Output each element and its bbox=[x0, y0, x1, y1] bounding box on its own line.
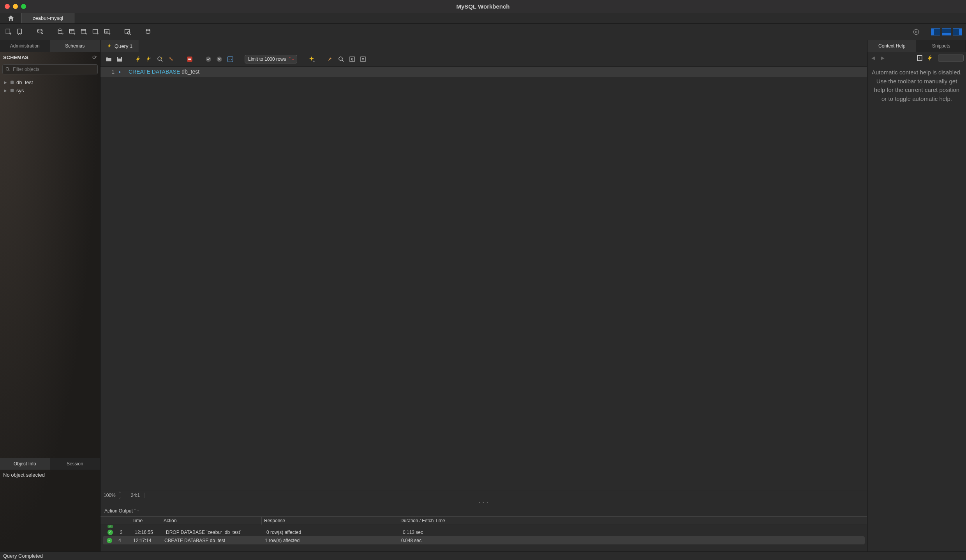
query-tab-label: Query 1 bbox=[115, 43, 132, 49]
open-file-button[interactable] bbox=[104, 55, 113, 63]
toggle-whitespace-button[interactable] bbox=[226, 55, 234, 63]
panel-toggle-group bbox=[931, 28, 962, 35]
execute-button[interactable] bbox=[134, 55, 143, 63]
create-procedure-button[interactable]: + bbox=[91, 27, 100, 37]
svg-point-23 bbox=[913, 29, 918, 34]
toggle-invisible-button[interactable]: ¶ bbox=[348, 55, 356, 63]
output-type-select[interactable]: Action Output bbox=[103, 507, 141, 514]
svg-point-3 bbox=[38, 29, 42, 31]
home-tab[interactable] bbox=[0, 13, 22, 23]
connection-tab[interactable]: zeabur-mysql bbox=[22, 13, 74, 23]
search-table-data-button[interactable] bbox=[123, 27, 132, 37]
toggle-autocommit-button[interactable] bbox=[185, 55, 194, 63]
vertical-resize-handle[interactable]: • • • bbox=[100, 499, 867, 505]
sql-editor[interactable]: 1 ● CREATE DATABASE db_test bbox=[100, 67, 867, 491]
col-action[interactable]: Action bbox=[161, 517, 262, 525]
inspector-button[interactable] bbox=[36, 27, 45, 37]
col-duration[interactable]: Duration / Fetch Time bbox=[398, 517, 867, 525]
toggle-left-panel-button[interactable] bbox=[931, 28, 940, 35]
schemas-header: SCHEMAS bbox=[3, 55, 28, 60]
row-action: CREATE DATABASE db_test bbox=[164, 538, 264, 543]
database-icon bbox=[9, 80, 15, 85]
filter-objects-input[interactable] bbox=[12, 66, 95, 73]
minimize-window-button[interactable] bbox=[13, 4, 18, 9]
help-auto-toggle-button[interactable] bbox=[926, 54, 934, 62]
col-response[interactable]: Response bbox=[262, 517, 398, 525]
help-forward-button[interactable]: ▶ bbox=[879, 55, 886, 62]
save-file-button[interactable] bbox=[115, 55, 124, 63]
code-line: 1 ● CREATE DATABASE db_test bbox=[100, 67, 867, 77]
svg-text:+: + bbox=[85, 32, 87, 36]
help-back-button[interactable]: ◀ bbox=[870, 55, 877, 62]
close-window-button[interactable] bbox=[5, 4, 10, 9]
stop-button[interactable] bbox=[167, 55, 175, 63]
statement-marker-icon: ● bbox=[118, 70, 125, 74]
col-index[interactable] bbox=[115, 517, 130, 525]
output-table: Time Action Response Duration / Fetch Ti… bbox=[100, 516, 867, 544]
schema-tree: ▶ db_test ▶ sys bbox=[0, 76, 100, 458]
zoom-level: 100% bbox=[104, 493, 116, 498]
svg-rect-44 bbox=[227, 56, 233, 62]
open-sql-file-button[interactable] bbox=[16, 27, 25, 37]
commit-button[interactable] bbox=[204, 55, 213, 63]
svg-text:+: + bbox=[74, 32, 76, 36]
svg-point-22 bbox=[146, 29, 150, 30]
tab-schemas[interactable]: Schemas bbox=[50, 40, 100, 52]
reconnect-button[interactable] bbox=[143, 27, 153, 37]
svg-text:+: + bbox=[9, 32, 12, 36]
tab-session[interactable]: Session bbox=[50, 458, 100, 470]
filter-objects-box[interactable] bbox=[2, 64, 98, 74]
query-tabs: Query 1 bbox=[100, 40, 867, 52]
schema-item[interactable]: ▶ sys bbox=[0, 86, 100, 95]
execute-current-button[interactable]: I bbox=[145, 55, 153, 63]
rollback-button[interactable] bbox=[215, 55, 224, 63]
col-time[interactable]: Time bbox=[130, 517, 161, 525]
svg-point-29 bbox=[6, 67, 9, 70]
new-sql-file-button[interactable]: + bbox=[4, 27, 13, 37]
help-manual-lookup-button[interactable]: I bbox=[916, 54, 924, 62]
svg-line-37 bbox=[161, 60, 162, 62]
svg-rect-34 bbox=[118, 57, 121, 59]
connection-tabs: zeabur-mysql bbox=[0, 13, 966, 24]
svg-point-20 bbox=[127, 32, 130, 34]
left-sidebar: Administration Schemas SCHEMAS ⟳ ▶ db_te… bbox=[0, 40, 100, 551]
table-row[interactable]: ✓ 4 12:17:14 CREATE DATABASE db_test 1 r… bbox=[103, 536, 865, 544]
row-time: 12:16:55 bbox=[132, 530, 164, 535]
search-icon bbox=[5, 67, 11, 72]
create-view-button[interactable]: + bbox=[79, 27, 89, 37]
tab-snippets[interactable]: Snippets bbox=[917, 40, 966, 52]
schema-item[interactable]: ▶ db_test bbox=[0, 78, 100, 86]
row-response: 1 row(s) affected bbox=[264, 538, 400, 543]
wrap-button[interactable] bbox=[359, 55, 367, 63]
query-tab[interactable]: Query 1 bbox=[100, 40, 139, 52]
create-function-button[interactable]: fx+ bbox=[103, 27, 112, 37]
create-table-button[interactable]: + bbox=[68, 27, 77, 37]
limit-rows-select[interactable]: Limit to 1000 rows bbox=[245, 55, 297, 63]
tab-context-help[interactable]: Context Help bbox=[867, 40, 917, 52]
col-status[interactable] bbox=[100, 517, 115, 525]
zoom-stepper[interactable]: ⌃⌄ bbox=[118, 491, 121, 499]
maximize-window-button[interactable] bbox=[21, 4, 26, 9]
toggle-bottom-panel-button[interactable] bbox=[942, 28, 951, 35]
table-row[interactable]: ✓ bbox=[100, 525, 867, 528]
tab-administration[interactable]: Administration bbox=[0, 40, 50, 52]
expand-icon: ▶ bbox=[4, 88, 8, 93]
success-icon: ✓ bbox=[108, 525, 113, 528]
tab-object-info[interactable]: Object Info bbox=[0, 458, 50, 470]
svg-text:+: + bbox=[62, 32, 64, 36]
expand-icon: ▶ bbox=[4, 80, 8, 85]
brush-button[interactable] bbox=[326, 55, 335, 63]
settings-icon[interactable] bbox=[912, 28, 920, 36]
find-button[interactable] bbox=[337, 55, 346, 63]
refresh-schemas-icon[interactable]: ⟳ bbox=[92, 54, 97, 60]
beautify-button[interactable]: + bbox=[307, 55, 316, 63]
create-schema-button[interactable]: + bbox=[56, 27, 65, 37]
svg-point-40 bbox=[206, 56, 211, 62]
help-search-input[interactable] bbox=[938, 55, 964, 62]
toggle-right-panel-button[interactable] bbox=[953, 28, 962, 35]
table-row[interactable]: ✓ 3 12:16:55 DROP DATABASE `zeabur_db_te… bbox=[100, 528, 867, 536]
svg-point-48 bbox=[339, 57, 342, 60]
database-icon bbox=[9, 88, 15, 93]
svg-rect-53 bbox=[917, 55, 922, 60]
explain-button[interactable] bbox=[156, 55, 164, 63]
